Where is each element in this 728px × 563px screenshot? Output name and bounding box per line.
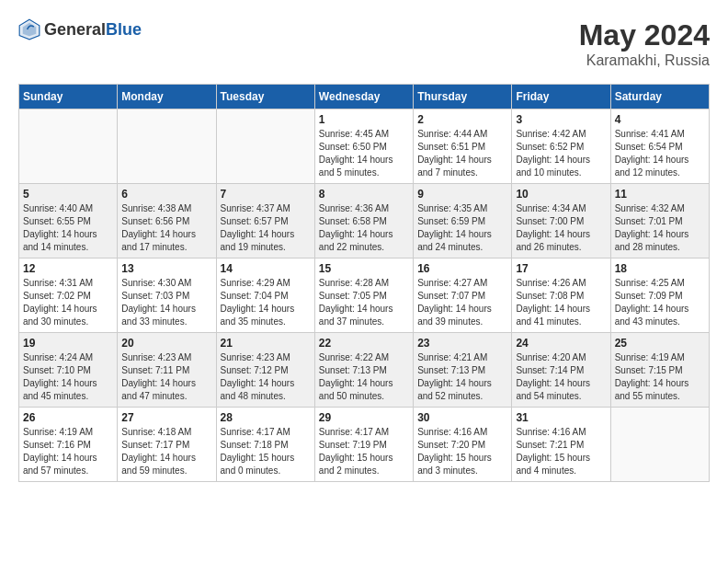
calendar-cell: [216, 109, 314, 184]
calendar-cell: 10Sunrise: 4:34 AMSunset: 7:00 PMDayligh…: [512, 184, 610, 259]
day-number: 22: [319, 337, 409, 350]
day-number: 29: [319, 411, 409, 424]
calendar-cell: [19, 109, 118, 184]
weekday-header: Saturday: [610, 85, 709, 109]
cell-text: Sunrise: 4:19 AMSunset: 7:15 PMDaylight:…: [615, 351, 705, 403]
cell-text: Sunrise: 4:31 AMSunset: 7:02 PMDaylight:…: [23, 277, 113, 328]
calendar-cell: 11Sunrise: 4:32 AMSunset: 7:01 PMDayligh…: [610, 184, 709, 259]
calendar-cell: 27Sunrise: 4:18 AMSunset: 7:17 PMDayligh…: [118, 408, 216, 482]
day-number: 1: [319, 113, 409, 126]
day-number: 2: [417, 113, 507, 126]
calendar-cell: 4Sunrise: 4:41 AMSunset: 6:54 PMDaylight…: [610, 109, 709, 184]
calendar-cell: 15Sunrise: 4:28 AMSunset: 7:05 PMDayligh…: [314, 259, 413, 333]
calendar-cell: [118, 109, 216, 184]
calendar-cell: 12Sunrise: 4:31 AMSunset: 7:02 PMDayligh…: [19, 259, 118, 333]
day-number: 28: [221, 411, 311, 424]
calendar-cell: [610, 408, 709, 482]
cell-text: Sunrise: 4:24 AMSunset: 7:10 PMDaylight:…: [23, 351, 113, 403]
day-number: 26: [23, 411, 113, 424]
calendar-cell: 6Sunrise: 4:38 AMSunset: 6:56 PMDaylight…: [118, 184, 216, 259]
location-title: Karamakhi, Russia: [579, 52, 710, 69]
day-number: 10: [516, 188, 606, 201]
calendar-header-row: SundayMondayTuesdayWednesdayThursdayFrid…: [19, 85, 710, 109]
day-number: 3: [516, 113, 606, 126]
day-number: 31: [516, 411, 606, 424]
cell-text: Sunrise: 4:17 AMSunset: 7:19 PMDaylight:…: [319, 426, 409, 477]
cell-text: Sunrise: 4:35 AMSunset: 6:59 PMDaylight:…: [417, 202, 507, 254]
calendar-cell: 17Sunrise: 4:26 AMSunset: 7:08 PMDayligh…: [512, 259, 610, 333]
day-number: 20: [121, 337, 211, 350]
cell-text: Sunrise: 4:18 AMSunset: 7:17 PMDaylight:…: [121, 426, 211, 477]
day-number: 14: [221, 262, 311, 275]
calendar-cell: 8Sunrise: 4:36 AMSunset: 6:58 PMDaylight…: [314, 184, 413, 259]
cell-text: Sunrise: 4:22 AMSunset: 7:13 PMDaylight:…: [319, 351, 409, 403]
calendar-week-row: 19Sunrise: 4:24 AMSunset: 7:10 PMDayligh…: [19, 333, 710, 408]
page-header: GeneralBlue May 2024 Karamakhi, Russia: [18, 18, 710, 69]
day-number: 11: [615, 188, 705, 201]
cell-text: Sunrise: 4:45 AMSunset: 6:50 PMDaylight:…: [319, 128, 409, 179]
logo-icon: [18, 18, 40, 40]
cell-text: Sunrise: 4:44 AMSunset: 6:51 PMDaylight:…: [417, 128, 507, 179]
cell-text: Sunrise: 4:19 AMSunset: 7:16 PMDaylight:…: [23, 426, 113, 477]
cell-text: Sunrise: 4:26 AMSunset: 7:08 PMDaylight:…: [516, 277, 606, 328]
calendar-cell: 7Sunrise: 4:37 AMSunset: 6:57 PMDaylight…: [216, 184, 314, 259]
day-number: 24: [516, 337, 606, 350]
day-number: 27: [121, 411, 211, 424]
calendar-cell: 1Sunrise: 4:45 AMSunset: 6:50 PMDaylight…: [314, 109, 413, 184]
weekday-header: Monday: [118, 85, 216, 109]
cell-text: Sunrise: 4:34 AMSunset: 7:00 PMDaylight:…: [516, 202, 606, 254]
cell-text: Sunrise: 4:32 AMSunset: 7:01 PMDaylight:…: [615, 202, 705, 254]
cell-text: Sunrise: 4:37 AMSunset: 6:57 PMDaylight:…: [221, 202, 311, 254]
calendar-week-row: 1Sunrise: 4:45 AMSunset: 6:50 PMDaylight…: [19, 109, 710, 184]
calendar-cell: 5Sunrise: 4:40 AMSunset: 6:55 PMDaylight…: [19, 184, 118, 259]
cell-text: Sunrise: 4:17 AMSunset: 7:18 PMDaylight:…: [221, 426, 311, 477]
day-number: 25: [615, 337, 705, 350]
cell-text: Sunrise: 4:16 AMSunset: 7:21 PMDaylight:…: [516, 426, 606, 477]
calendar-cell: 23Sunrise: 4:21 AMSunset: 7:13 PMDayligh…: [414, 333, 512, 408]
cell-text: Sunrise: 4:40 AMSunset: 6:55 PMDaylight:…: [23, 202, 113, 254]
calendar-cell: 28Sunrise: 4:17 AMSunset: 7:18 PMDayligh…: [216, 408, 314, 482]
calendar-cell: 24Sunrise: 4:20 AMSunset: 7:14 PMDayligh…: [512, 333, 610, 408]
calendar-cell: 9Sunrise: 4:35 AMSunset: 6:59 PMDaylight…: [414, 184, 512, 259]
cell-text: Sunrise: 4:28 AMSunset: 7:05 PMDaylight:…: [319, 277, 409, 328]
day-number: 21: [221, 337, 311, 350]
logo: GeneralBlue: [18, 18, 142, 40]
month-title: May 2024: [579, 18, 710, 52]
day-number: 23: [417, 337, 507, 350]
calendar-table: SundayMondayTuesdayWednesdayThursdayFrid…: [18, 84, 710, 482]
logo-text-general: General: [44, 20, 106, 39]
weekday-header: Friday: [512, 85, 610, 109]
calendar-cell: 20Sunrise: 4:23 AMSunset: 7:11 PMDayligh…: [118, 333, 216, 408]
day-number: 18: [615, 262, 705, 275]
weekday-header: Thursday: [414, 85, 512, 109]
calendar-week-row: 12Sunrise: 4:31 AMSunset: 7:02 PMDayligh…: [19, 259, 710, 333]
cell-text: Sunrise: 4:38 AMSunset: 6:56 PMDaylight:…: [121, 202, 211, 254]
calendar-cell: 13Sunrise: 4:30 AMSunset: 7:03 PMDayligh…: [118, 259, 216, 333]
day-number: 4: [615, 113, 705, 126]
calendar-cell: 14Sunrise: 4:29 AMSunset: 7:04 PMDayligh…: [216, 259, 314, 333]
calendar-week-row: 5Sunrise: 4:40 AMSunset: 6:55 PMDaylight…: [19, 184, 710, 259]
cell-text: Sunrise: 4:29 AMSunset: 7:04 PMDaylight:…: [221, 277, 311, 328]
day-number: 5: [23, 188, 113, 201]
calendar-cell: 25Sunrise: 4:19 AMSunset: 7:15 PMDayligh…: [610, 333, 709, 408]
calendar-cell: 31Sunrise: 4:16 AMSunset: 7:21 PMDayligh…: [512, 408, 610, 482]
calendar-cell: 30Sunrise: 4:16 AMSunset: 7:20 PMDayligh…: [414, 408, 512, 482]
cell-text: Sunrise: 4:23 AMSunset: 7:11 PMDaylight:…: [121, 351, 211, 403]
day-number: 9: [417, 188, 507, 201]
weekday-header: Wednesday: [314, 85, 413, 109]
cell-text: Sunrise: 4:27 AMSunset: 7:07 PMDaylight:…: [417, 277, 507, 328]
day-number: 16: [417, 262, 507, 275]
title-block: May 2024 Karamakhi, Russia: [579, 18, 710, 69]
calendar-cell: 29Sunrise: 4:17 AMSunset: 7:19 PMDayligh…: [314, 408, 413, 482]
day-number: 13: [121, 262, 211, 275]
day-number: 7: [221, 188, 311, 201]
calendar-cell: 19Sunrise: 4:24 AMSunset: 7:10 PMDayligh…: [19, 333, 118, 408]
day-number: 30: [417, 411, 507, 424]
logo-text-blue: Blue: [106, 20, 142, 39]
day-number: 6: [121, 188, 211, 201]
day-number: 19: [23, 337, 113, 350]
calendar-cell: 16Sunrise: 4:27 AMSunset: 7:07 PMDayligh…: [414, 259, 512, 333]
day-number: 8: [319, 188, 409, 201]
calendar-cell: 22Sunrise: 4:22 AMSunset: 7:13 PMDayligh…: [314, 333, 413, 408]
day-number: 17: [516, 262, 606, 275]
